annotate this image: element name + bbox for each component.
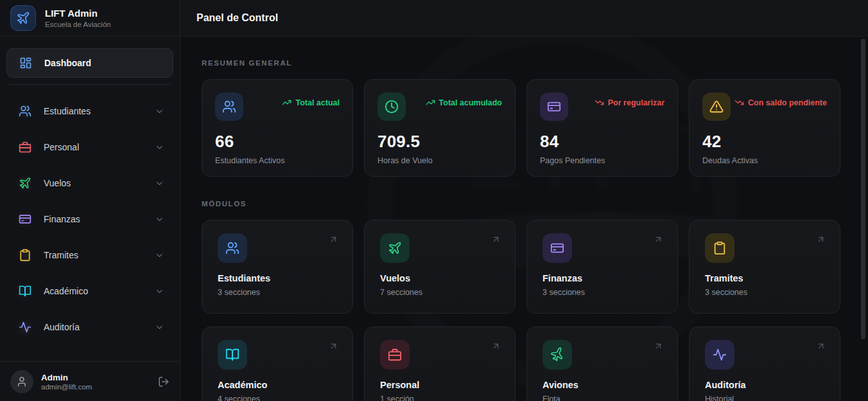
stat-label: Estudiantes Activos bbox=[215, 156, 340, 165]
module-card-finanzas[interactable]: Finanzas 3 secciones bbox=[526, 220, 678, 314]
page-title: Panel de Control bbox=[196, 12, 278, 24]
stat-label: Deudas Activas bbox=[702, 156, 827, 165]
arrow-up-right-icon bbox=[329, 341, 338, 351]
book-open-icon bbox=[15, 281, 35, 301]
plane-icon bbox=[15, 174, 35, 193]
user-avatar-icon bbox=[10, 370, 33, 393]
modules-grid: Estudiantes 3 secciones Vuelos 7 seccion… bbox=[202, 220, 840, 401]
app-window: LIFT Admin Escuela de Aviación Dashboard… bbox=[0, 0, 868, 401]
trend-badge: Con saldo pendiente bbox=[734, 98, 827, 107]
plane-icon bbox=[380, 233, 410, 263]
module-subtitle: 3 secciones bbox=[542, 288, 662, 297]
stat-card-deudas-activas: Con saldo pendiente 42 Deudas Activas bbox=[689, 79, 840, 177]
trend-label: Con saldo pendiente bbox=[748, 98, 827, 107]
clock-icon bbox=[378, 93, 406, 121]
module-title: Aviones bbox=[542, 380, 662, 390]
sidebar-item-vuelos[interactable]: Vuelos bbox=[6, 168, 173, 198]
app-subtitle: Escuela de Aviación bbox=[45, 21, 111, 28]
stat-value: 66 bbox=[215, 132, 340, 152]
module-subtitle: 1 sección bbox=[380, 395, 499, 401]
module-card-aviones[interactable]: Aviones Flota bbox=[526, 326, 678, 401]
stat-value: 84 bbox=[540, 132, 664, 152]
module-title: Finanzas bbox=[542, 273, 662, 283]
sidebar-item-dashboard[interactable]: Dashboard bbox=[6, 48, 173, 78]
sidebar-divider bbox=[9, 84, 171, 85]
sidebar-item-label: Personal bbox=[44, 142, 146, 152]
module-card-auditoria[interactable]: Auditoría Historial bbox=[689, 326, 840, 401]
section-label-modulos: MÓDULOS bbox=[202, 200, 840, 208]
sidebar-item-label: Estudiantes bbox=[44, 106, 146, 116]
chevron-down-icon bbox=[155, 215, 164, 224]
sidebar-item-estudiantes[interactable]: Estudiantes bbox=[6, 96, 173, 126]
briefcase-icon bbox=[15, 138, 35, 157]
sidebar-item-label: Dashboard bbox=[44, 58, 164, 68]
module-card-vuelos[interactable]: Vuelos 7 secciones bbox=[364, 220, 516, 314]
user-email: admin@lift.com bbox=[41, 383, 92, 391]
briefcase-icon bbox=[380, 340, 410, 370]
module-card-estudiantes[interactable]: Estudiantes 3 secciones bbox=[202, 220, 353, 314]
top-bar: Panel de Control bbox=[180, 0, 868, 37]
brand-text: LIFT Admin Escuela de Aviación bbox=[45, 8, 111, 28]
chevron-down-icon bbox=[155, 179, 164, 188]
users-icon bbox=[15, 102, 35, 121]
module-title: Académico bbox=[218, 380, 337, 390]
brand-header: LIFT Admin Escuela de Aviación bbox=[0, 0, 180, 37]
clipboard-icon bbox=[705, 233, 734, 263]
stats-grid: Total actual 66 Estudiantes Activos Tota… bbox=[202, 79, 840, 177]
user-info: Admin admin@lift.com bbox=[41, 372, 92, 391]
users-icon bbox=[218, 233, 247, 263]
chevron-down-icon bbox=[155, 287, 164, 296]
trend-badge: Total acumulado bbox=[426, 98, 502, 107]
trending-down-icon bbox=[734, 98, 744, 107]
chevron-down-icon bbox=[155, 143, 164, 152]
module-card-personal[interactable]: Personal 1 sección bbox=[364, 326, 516, 401]
sidebar-item-label: Académico bbox=[44, 286, 146, 296]
stat-label: Horas de Vuelo bbox=[378, 156, 502, 165]
alert-triangle-icon bbox=[702, 93, 731, 121]
module-card-academico[interactable]: Académico 4 secciones bbox=[202, 326, 353, 401]
layout-dashboard-icon bbox=[16, 53, 35, 73]
credit-card-icon bbox=[15, 209, 35, 229]
module-subtitle: Flota bbox=[542, 395, 662, 401]
module-title: Vuelos bbox=[380, 273, 499, 283]
user-name: Admin bbox=[41, 372, 92, 384]
stat-card-horas-de-vuelo: Total acumulado 709.5 Horas de Vuelo bbox=[364, 79, 516, 177]
main-area: Panel de Control LIFT RESUMEN GENERAL T bbox=[180, 0, 868, 401]
arrow-up-right-icon bbox=[491, 235, 501, 244]
scrollbar-thumb[interactable] bbox=[861, 39, 865, 339]
sidebar-item-auditoria[interactable]: Auditoría bbox=[6, 312, 173, 342]
user-panel: Admin admin@lift.com bbox=[0, 361, 180, 401]
chevron-down-icon bbox=[155, 251, 164, 260]
arrow-up-right-icon bbox=[816, 341, 826, 351]
app-title: LIFT Admin bbox=[45, 8, 111, 20]
trend-label: Total actual bbox=[295, 98, 340, 107]
sidebar-item-tramites[interactable]: Tramites bbox=[6, 240, 173, 270]
arrow-up-right-icon bbox=[329, 235, 338, 244]
sidebar-item-label: Auditoría bbox=[44, 322, 146, 332]
section-label-resumen: RESUMEN GENERAL bbox=[202, 59, 840, 67]
arrow-up-right-icon bbox=[654, 341, 663, 351]
trending-up-icon bbox=[426, 98, 435, 107]
trending-up-icon bbox=[282, 98, 291, 107]
module-subtitle: 3 secciones bbox=[218, 288, 337, 297]
module-title: Tramites bbox=[705, 273, 824, 283]
sidebar-item-personal[interactable]: Personal bbox=[6, 132, 173, 162]
chevron-down-icon bbox=[155, 323, 164, 332]
sidebar-item-label: Finanzas bbox=[44, 214, 146, 224]
sidebar-item-finanzas[interactable]: Finanzas bbox=[6, 204, 173, 234]
activity-icon bbox=[705, 340, 734, 370]
plane-icon bbox=[542, 340, 572, 370]
sidebar-nav: Dashboard Estudiantes Personal bbox=[0, 37, 180, 361]
module-subtitle: 7 secciones bbox=[380, 288, 499, 297]
sidebar-item-academico[interactable]: Académico bbox=[6, 276, 173, 306]
activity-icon bbox=[15, 317, 35, 337]
logout-icon[interactable] bbox=[158, 376, 169, 388]
module-title: Estudiantes bbox=[218, 273, 337, 283]
credit-card-icon bbox=[542, 233, 572, 263]
scrollbar[interactable] bbox=[861, 39, 866, 400]
module-card-tramites[interactable]: Tramites 3 secciones bbox=[689, 220, 840, 314]
arrow-up-right-icon bbox=[816, 235, 826, 244]
trend-badge: Total actual bbox=[282, 98, 340, 107]
clipboard-icon bbox=[15, 245, 35, 265]
chevron-down-icon bbox=[155, 107, 164, 116]
